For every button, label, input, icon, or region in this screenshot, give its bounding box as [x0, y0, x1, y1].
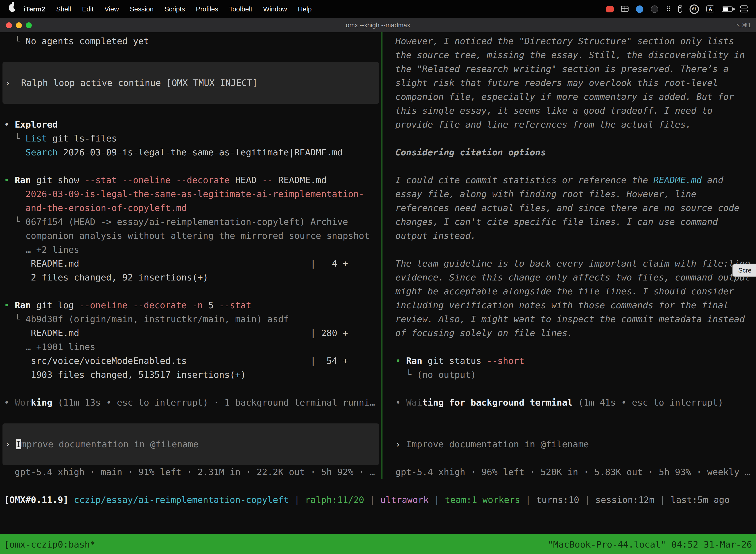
- battery-icon[interactable]: [722, 6, 733, 12]
- dark-app-icon[interactable]: [651, 5, 658, 13]
- explored-title: Explored: [15, 119, 58, 129]
- terminal-area: └ No agents completed yet › Ralph loop a…: [0, 32, 756, 479]
- window-title-bar[interactable]: omx --xhigh --madmax ⌥⌘1: [0, 18, 756, 33]
- menu-item-shell[interactable]: Shell: [51, 5, 77, 13]
- tree-connector: └: [4, 133, 25, 144]
- explored-list-line: └ List git ls-files: [0, 131, 381, 146]
- more-lines-ellipsis: … +1901 lines: [0, 340, 381, 354]
- explored-header: • Explored: [0, 118, 381, 131]
- control-center-icon[interactable]: [740, 5, 748, 12]
- tmux-host-clock: "MacBook-Pro-44.local" 04:52 31-Mar-26: [548, 539, 752, 549]
- reasoning-paragraph-1: However, I noticed the "Directory Struct…: [395, 34, 756, 131]
- prompt-input-line[interactable]: › Improve documentation in @filename: [395, 437, 756, 451]
- screen: iTerm2 Shell Edit View Session Scripts P…: [0, 0, 756, 554]
- tree-connector: └: [395, 369, 417, 380]
- agents-note-text: No agents completed yet: [25, 36, 149, 46]
- omx-status-bar: [OMX#0.11.9] cczip/essay/ai-reimplementa…: [0, 493, 756, 507]
- password-key-icon[interactable]: [678, 5, 682, 13]
- blue-app-icon[interactable]: [636, 5, 644, 13]
- bullet: •: [4, 397, 15, 407]
- prompt-chevron: ›: [395, 439, 406, 449]
- menu-item-window[interactable]: Window: [258, 5, 293, 13]
- git-show-command-line: • Ran git show --stat --oneline --decora…: [0, 173, 381, 187]
- git-log-command-line: • Ran git log --oneline --decorate -n 5 …: [0, 298, 381, 312]
- prompt-input-line[interactable]: › Improve documentation in @filename: [2, 437, 198, 451]
- prompt-placeholder: Improve documentation in @filename: [406, 439, 589, 449]
- omx-session-time: session:12m: [595, 494, 654, 505]
- menu-item-view[interactable]: View: [99, 5, 124, 13]
- diffstat-summary: 1903 files changed, 513517 insertions(+): [0, 368, 381, 382]
- tool-args: git ls-files: [47, 133, 117, 144]
- input-source-icon[interactable]: A: [706, 5, 714, 12]
- model-status-line: gpt-5.4 xhigh · 96% left · 520K in · 5.8…: [395, 465, 756, 479]
- left-terminal-pane[interactable]: └ No agents completed yet › Ralph loop a…: [0, 32, 381, 479]
- window-shortcut-badge: ⌥⌘1: [735, 18, 751, 32]
- waiting-status-line: • Waiting for background terminal (1m 41…: [395, 396, 756, 409]
- menu-bar: iTerm2 Shell Edit View Session Scripts P…: [0, 0, 756, 18]
- menu-item-session[interactable]: Session: [124, 5, 159, 13]
- reasoning-paragraph-2: I could cite commit statistics or refere…: [395, 173, 756, 243]
- git-show-wrap-line-1: 2026-03-09-is-legal-the-same-as-legitima…: [0, 187, 381, 201]
- apple-icon: [9, 4, 15, 12]
- working-status-line: • Working (11m 13s • esc to interrupt) ·…: [0, 396, 381, 409]
- menu-item-scripts[interactable]: Scripts: [159, 5, 190, 13]
- window-grid-icon[interactable]: [621, 6, 629, 12]
- zoom-button[interactable]: [26, 22, 32, 28]
- ran-verb: Ran: [406, 355, 422, 366]
- commit-result-line-2: companion analysis without altering the …: [0, 229, 381, 243]
- omx-version: [OMX#0.11.9]: [4, 494, 74, 505]
- ralph-loop-banner: › Ralph loop active continue [OMX_TMUX_I…: [2, 62, 379, 104]
- diffstat-summary: 2 files changed, 92 insertions(+): [0, 271, 381, 284]
- agents-note-line: └ No agents completed yet: [0, 34, 381, 48]
- bullet: •: [395, 355, 406, 366]
- more-lines-ellipsis: … +2 lines: [0, 243, 381, 257]
- tmux-status-bar: [omx-cczip0:bash* "MacBook-Pro-44.local"…: [0, 534, 756, 554]
- tool-verb: List: [25, 133, 47, 144]
- apple-menu[interactable]: [8, 4, 18, 14]
- reasoning-paragraph-3: The team guideline is to back every impo…: [395, 257, 756, 340]
- commit-result-line-1: └ 067f154 (HEAD -> essay/ai-reimplementa…: [0, 215, 381, 229]
- tree-connector: └: [4, 314, 25, 324]
- menu-item-iterm2[interactable]: iTerm2: [18, 5, 51, 13]
- battery-percent-badge[interactable]: 61: [690, 4, 699, 14]
- diffstat-line: README.md | 280 +: [0, 326, 381, 340]
- ralph-loop-banner-line: › Ralph loop active continue [OMX_TMUX_I…: [2, 76, 258, 90]
- bullet: •: [395, 397, 406, 407]
- diffstat-line: src/voice/voiceModeEnabled.ts | 54 +: [0, 354, 381, 368]
- menu-item-toolbelt[interactable]: Toolbelt: [224, 5, 258, 13]
- menu-item-help[interactable]: Help: [293, 5, 317, 13]
- tool-verb: Search: [25, 147, 58, 157]
- omx-last-activity: last:5m ago: [671, 494, 730, 505]
- menu-bar-status-icons: ⠿ 61 A: [607, 4, 756, 14]
- minimize-button[interactable]: [16, 22, 22, 28]
- menu-item-edit[interactable]: Edit: [77, 5, 99, 13]
- bullet: •: [4, 175, 15, 185]
- launchpad-icon[interactable]: ⠿: [666, 6, 671, 12]
- prompt-placeholder: mprove documentation in @filename: [21, 439, 198, 449]
- tmux-session-window: [omx-cczip0:bash*: [4, 539, 95, 549]
- omx-branch-path: cczip/essay/ai-reimplementation-copyleft: [74, 494, 289, 505]
- prompt-input-box[interactable]: › Improve documentation in @filename: [2, 424, 379, 465]
- menu-bar-left: iTerm2 Shell Edit View Session Scripts P…: [0, 4, 317, 14]
- tree-connector: └: [4, 36, 25, 46]
- right-terminal-pane[interactable]: However, I noticed the "Directory Struct…: [382, 32, 756, 479]
- prompt-chevron: ›: [5, 439, 16, 449]
- omx-ralph-counter: ralph:11/20: [305, 494, 364, 505]
- menu-item-profiles[interactable]: Profiles: [190, 5, 224, 13]
- git-status-command-line: • Ran git status --short: [395, 354, 756, 368]
- screen-overlay-button[interactable]: Scre: [733, 264, 756, 277]
- bullet: •: [4, 119, 15, 129]
- tree-connector: └: [4, 216, 25, 227]
- text-cursor: I: [16, 439, 21, 449]
- ran-verb: Ran: [15, 300, 31, 310]
- close-button[interactable]: [6, 22, 12, 28]
- diffstat-line: README.md | 4 +: [0, 257, 381, 271]
- ran-verb: Ran: [15, 175, 31, 185]
- banner-chevron: ›: [5, 77, 10, 88]
- pad: [4, 147, 25, 157]
- explored-search-line: Search 2026-03-09-is-legal-the-same-as-l…: [0, 146, 381, 159]
- tool-args: 2026-03-09-is-legal-the-same-as-legitima…: [58, 147, 343, 157]
- screen-recording-icon[interactable]: [607, 6, 614, 12]
- traffic-lights: [6, 18, 36, 32]
- readme-link: README.md: [653, 175, 702, 185]
